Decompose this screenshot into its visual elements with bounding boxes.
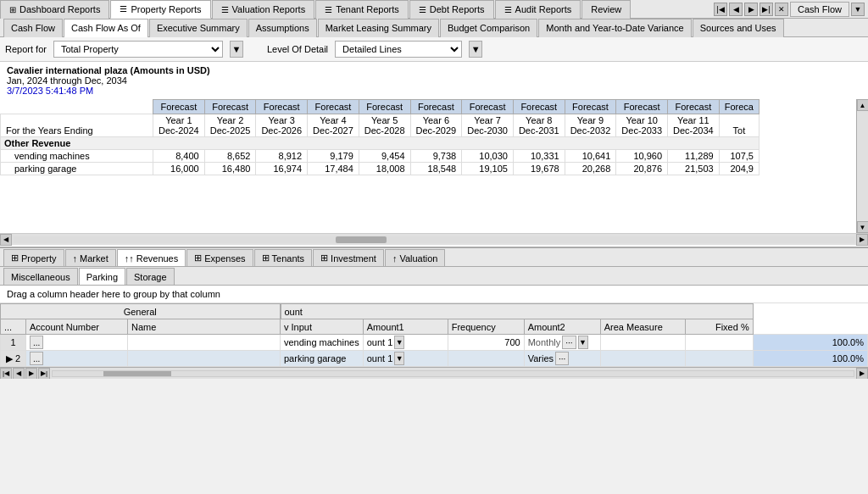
nav-next-btn[interactable]: ▶ xyxy=(744,3,758,16)
cashflow-dropdown-btn[interactable]: ▼ xyxy=(851,3,865,16)
report-for-select[interactable]: Total Property xyxy=(53,41,223,58)
row2-fixed-pct: 100.0% xyxy=(753,351,867,367)
parking-y3: 16,974 xyxy=(256,163,308,175)
bottom-tab-expenses[interactable]: ⊞ Expenses xyxy=(186,249,253,266)
bottom-tab-valuation[interactable]: ↑ Valuation xyxy=(385,249,446,266)
tab-audit-reports[interactable]: ☰ Audit Reports xyxy=(495,0,581,19)
row1-input-value: ount 1 xyxy=(367,337,393,347)
bottom-tab-investment[interactable]: ⊞ Investment xyxy=(313,249,384,266)
h-scroll-left-btn[interactable]: ◀ xyxy=(0,234,12,246)
list-item: 1 ... vending machines ount 1 ▼ 700 xyxy=(1,335,868,351)
nav-first-btn[interactable]: |◀ xyxy=(714,3,727,16)
year-7-header: Year 7 Dec-2030 xyxy=(462,114,514,137)
col-amount2-header: Amount2 xyxy=(524,319,600,335)
tab-property-reports[interactable]: ☰ Property Reports xyxy=(110,0,210,19)
bottom-scroll-track[interactable] xyxy=(52,370,854,377)
general-group-header: General xyxy=(1,304,281,319)
nav-close-btn[interactable]: ✕ xyxy=(775,3,788,16)
subtab-cashflow[interactable]: Cash Flow xyxy=(3,19,63,37)
vending-y10: 10,960 xyxy=(616,150,668,163)
row1-freq-options-btn[interactable]: ··· xyxy=(562,336,576,349)
subtab-sources-uses[interactable]: Sources and Uses xyxy=(693,19,784,37)
subtab-month-year-variance[interactable]: Month and Year-to-Date Variance xyxy=(538,19,691,37)
scroll-down-btn[interactable]: ▼ xyxy=(857,221,869,233)
subtab-budget-comparison[interactable]: Budget Comparison xyxy=(440,19,537,37)
row1-options-btn[interactable]: ... xyxy=(30,336,43,349)
subtab-assumptions[interactable]: Assumptions xyxy=(248,19,317,37)
bottom-last-btn[interactable]: ▶| xyxy=(38,368,50,380)
nav-last-btn[interactable]: ▶| xyxy=(760,3,773,16)
parking-y2: 16,480 xyxy=(204,163,256,175)
scroll-up-btn[interactable]: ▲ xyxy=(857,99,869,111)
parking-y11: 21,503 xyxy=(668,163,720,175)
cashflow-label: Cash Flow xyxy=(790,2,849,17)
nav-prev-btn[interactable]: ◀ xyxy=(729,3,743,16)
vending-y5: 9,454 xyxy=(359,150,410,163)
subtab-executive-summary[interactable]: Executive Summary xyxy=(149,19,248,37)
investment-tab-icon: ⊞ xyxy=(320,253,328,264)
forecast-header-4: Forecast xyxy=(308,100,359,114)
col-fixed-pct-header: Fixed % xyxy=(685,319,753,335)
subtab-market-leasing[interactable]: Market Leasing Summary xyxy=(318,19,439,37)
row2-freq-options-btn[interactable]: ··· xyxy=(555,352,569,365)
row2-input-dropdown-btn[interactable]: ▼ xyxy=(394,352,404,365)
year-10-header: Year 10 Dec-2033 xyxy=(616,114,668,137)
forecast-header-1: Forecast xyxy=(153,100,205,114)
tab-debt-reports[interactable]: ☰ Debt Reports xyxy=(409,0,494,19)
vending-y1: 8,400 xyxy=(153,150,205,163)
year-8-header: Year 8 Dec-2031 xyxy=(513,114,565,137)
report-for-dropdown-btn[interactable]: ▼ xyxy=(230,41,243,58)
bottom-tab-revenues[interactable]: ↑↑ Revenues xyxy=(117,249,186,266)
subtab-cashflow-as-of[interactable]: Cash Flow As Of xyxy=(64,19,148,37)
property-icon: ☰ xyxy=(120,4,127,14)
parking-y6: 18,548 xyxy=(410,163,462,175)
col-frequency-header: Frequency xyxy=(448,319,524,335)
row2-options-btn[interactable]: ... xyxy=(30,352,43,365)
level-detail-dropdown-btn[interactable]: ▼ xyxy=(469,41,482,58)
group-drag-hint: Drag a column header here to group by th… xyxy=(0,286,868,303)
subtab-storage[interactable]: Storage xyxy=(126,268,175,285)
row2-freq-cell: Varies ··· xyxy=(524,351,600,367)
forecast-header-7: Forecast xyxy=(462,100,514,114)
forecast-header-2: Forecast xyxy=(204,100,256,114)
bottom-tab-property[interactable]: ⊞ Property xyxy=(3,249,64,266)
bottom-next-btn[interactable]: ▶ xyxy=(25,368,37,380)
col-dots-header: ... xyxy=(1,319,26,335)
row1-freq-cell: Monthly ··· ▼ xyxy=(524,335,600,351)
tenants-tab-icon: ⊞ xyxy=(262,253,270,264)
vending-y7: 10,030 xyxy=(462,150,514,163)
year-6-header: Year 6 Dec-2029 xyxy=(410,114,462,137)
upper-horizontal-scrollbar[interactable]: ◀ ▶ xyxy=(0,233,868,245)
tab-valuation-reports[interactable]: ☰ Valuation Reports xyxy=(212,0,315,19)
tab-review[interactable]: Review xyxy=(581,0,631,19)
row2-name: parking garage xyxy=(281,351,364,367)
bottom-first-btn[interactable]: |◀ xyxy=(0,368,12,380)
row2-options-btn-cell: ... xyxy=(26,351,128,367)
level-of-detail-label: Level Of Detail xyxy=(267,44,328,54)
h-scroll-right-btn[interactable]: ▶ xyxy=(856,234,868,246)
bottom-scroll-right[interactable]: ▶ xyxy=(856,368,868,380)
property-tab-icon: ⊞ xyxy=(11,253,19,264)
upper-vertical-scrollbar[interactable]: ▲ ▼ xyxy=(856,99,868,233)
tab-tenant-reports[interactable]: ☰ Tenant Reports xyxy=(315,0,409,19)
row1-area-measure xyxy=(685,335,753,351)
row1-freq-dropdown-btn[interactable]: ▼ xyxy=(578,336,588,349)
tab-dashboard[interactable]: ⊞ Dashboard Reports xyxy=(0,0,109,19)
bottom-tab-tenants[interactable]: ⊞ Tenants xyxy=(254,249,313,266)
bottom-tab-market[interactable]: ↑ Market xyxy=(65,249,116,266)
bottom-data-grid: General ount ... Account Number Name v I… xyxy=(0,303,868,367)
years-ending-label: For the Years Ending xyxy=(1,114,153,137)
report-date: Jan, 2024 through Dec, 2034 xyxy=(7,75,861,86)
row1-input-dropdown-btn[interactable]: ▼ xyxy=(394,336,404,349)
market-tab-icon: ↑ xyxy=(73,253,78,264)
debt-icon: ☰ xyxy=(419,5,426,14)
valuation-icon: ☰ xyxy=(221,5,229,14)
subtab-miscellaneous[interactable]: Miscellaneous xyxy=(3,268,78,285)
bottom-scrollbar[interactable]: |◀ ◀ ▶ ▶| ▶ xyxy=(0,367,868,379)
level-of-detail-select[interactable]: Detailed Lines xyxy=(335,41,462,58)
bottom-prev-btn[interactable]: ◀ xyxy=(13,368,25,380)
subtab-parking[interactable]: Parking xyxy=(79,268,125,285)
forecast-header-3: Forecast xyxy=(256,100,308,114)
forecast-header-9: Forecast xyxy=(565,100,616,114)
row2-expand-btn[interactable]: ▶ 2 xyxy=(1,351,26,367)
